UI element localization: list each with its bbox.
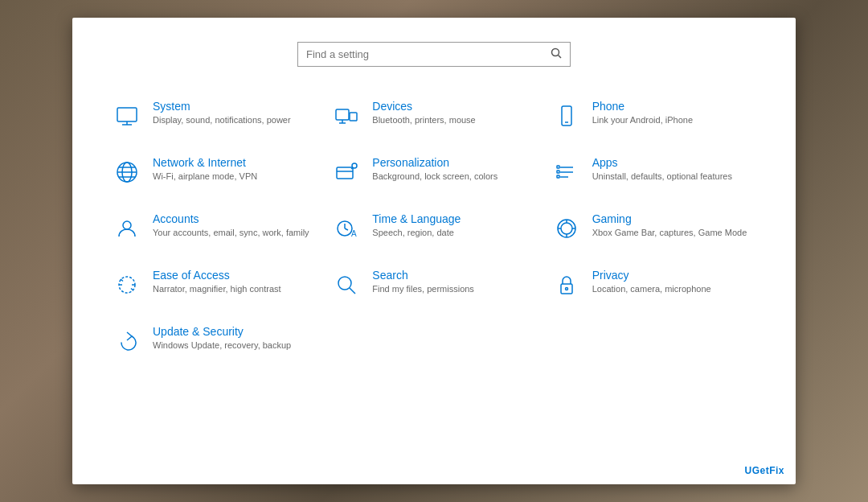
update-icon: [113, 327, 141, 356]
setting-title-ease: Ease of Access: [153, 269, 281, 282]
system-icon: [113, 101, 141, 130]
setting-item-update[interactable]: Update & Security Windows Update, recove…: [104, 312, 324, 368]
setting-title-update: Update & Security: [153, 325, 291, 338]
setting-desc-apps: Uninstall, defaults, optional features: [592, 171, 732, 183]
setting-title-privacy: Privacy: [592, 269, 711, 282]
setting-text-apps: Apps Uninstall, defaults, optional featu…: [592, 156, 732, 183]
time-icon: A: [332, 214, 361, 243]
setting-text-update: Update & Security Windows Update, recove…: [153, 325, 291, 352]
setting-desc-time: Speech, region, date: [372, 227, 461, 239]
svg-line-29: [345, 228, 348, 230]
svg-rect-5: [336, 109, 349, 120]
ease-icon: [113, 270, 141, 299]
search-bar[interactable]: [297, 42, 571, 67]
setting-item-ease[interactable]: Ease of Access Narrator, magnifier, high…: [104, 256, 324, 312]
setting-text-phone: Phone Link your Android, iPhone: [592, 100, 693, 126]
apps-icon: [552, 158, 581, 187]
setting-title-time: Time & Language: [372, 212, 461, 225]
setting-text-ease: Ease of Access Narrator, magnifier, high…: [153, 269, 281, 295]
svg-rect-6: [350, 113, 357, 121]
setting-title-personalization: Personalization: [372, 156, 497, 169]
svg-point-45: [565, 288, 567, 290]
setting-text-search: Search Find my files, permissions: [372, 269, 474, 295]
search-icon: [332, 270, 361, 299]
setting-item-phone[interactable]: Phone Link your Android, iPhone: [544, 87, 764, 143]
setting-item-privacy[interactable]: Privacy Location, camera, microphone: [544, 256, 764, 312]
svg-point-42: [338, 277, 351, 290]
setting-text-system: System Display, sound, notifications, po…: [153, 100, 291, 126]
network-icon: [113, 158, 141, 187]
setting-desc-personalization: Background, lock screen, colors: [372, 171, 497, 183]
setting-title-phone: Phone: [592, 100, 693, 113]
setting-text-devices: Devices Bluetooth, printers, mouse: [372, 100, 475, 126]
setting-title-apps: Apps: [592, 156, 732, 169]
setting-text-time: Time & Language Speech, region, date: [372, 212, 461, 239]
setting-desc-network: Wi-Fi, airplane mode, VPN: [153, 171, 257, 183]
svg-line-41: [131, 289, 133, 291]
svg-rect-44: [561, 284, 572, 294]
setting-desc-ease: Narrator, magnifier, high contrast: [153, 283, 281, 295]
setting-desc-accounts: Your accounts, email, sync, work, family: [153, 227, 309, 239]
svg-line-1: [559, 56, 562, 59]
setting-text-network: Network & Internet Wi-Fi, airplane mode,…: [153, 156, 257, 183]
setting-desc-privacy: Location, camera, microphone: [592, 283, 711, 295]
setting-title-network: Network & Internet: [153, 156, 257, 169]
setting-text-privacy: Privacy Location, camera, microphone: [592, 269, 711, 295]
setting-title-devices: Devices: [372, 100, 475, 113]
privacy-icon: [552, 270, 581, 299]
setting-desc-devices: Bluetooth, printers, mouse: [372, 114, 475, 126]
svg-point-26: [123, 221, 131, 229]
setting-text-personalization: Personalization Background, lock screen,…: [372, 156, 497, 183]
setting-item-gaming[interactable]: Gaming Xbox Game Bar, captures, Game Mod…: [544, 200, 764, 256]
setting-desc-update: Windows Update, recovery, backup: [153, 339, 291, 352]
personalization-icon: [332, 158, 361, 187]
setting-item-system[interactable]: System Display, sound, notifications, po…: [104, 87, 324, 143]
watermark: UGetFix: [744, 465, 784, 476]
svg-rect-24: [557, 171, 559, 173]
setting-text-gaming: Gaming Xbox Game Bar, captures, Game Mod…: [592, 212, 747, 239]
setting-text-accounts: Accounts Your accounts, email, sync, wor…: [153, 212, 309, 239]
gaming-icon: [552, 214, 581, 243]
svg-rect-16: [337, 167, 353, 179]
setting-title-system: System: [153, 100, 291, 113]
svg-rect-2: [117, 108, 137, 121]
search-icon: [551, 47, 562, 61]
settings-grid: System Display, sound, notifications, po…: [104, 87, 764, 368]
setting-item-devices[interactable]: Devices Bluetooth, printers, mouse: [324, 87, 543, 143]
svg-rect-23: [557, 166, 559, 168]
setting-desc-gaming: Xbox Game Bar, captures, Game Mode: [592, 227, 747, 239]
svg-rect-25: [557, 175, 559, 178]
svg-point-18: [352, 163, 357, 168]
setting-item-search[interactable]: Search Find my files, permissions: [324, 256, 543, 312]
setting-item-apps[interactable]: Apps Uninstall, defaults, optional featu…: [544, 143, 764, 200]
svg-text:A: A: [351, 229, 357, 238]
svg-line-40: [121, 279, 123, 282]
svg-point-0: [552, 49, 559, 56]
accounts-icon: [113, 214, 141, 243]
setting-item-personalization[interactable]: Personalization Background, lock screen,…: [324, 143, 543, 200]
setting-title-search: Search: [372, 269, 474, 282]
settings-window: System Display, sound, notifications, po…: [72, 18, 796, 484]
setting-desc-phone: Link your Android, iPhone: [592, 114, 693, 126]
svg-line-43: [350, 288, 355, 294]
search-wrapper: [297, 42, 571, 67]
setting-item-accounts[interactable]: Accounts Your accounts, email, sync, wor…: [104, 200, 324, 256]
setting-desc-search: Find my files, permissions: [372, 283, 474, 295]
phone-icon: [552, 101, 581, 130]
devices-icon: [332, 101, 361, 130]
setting-title-gaming: Gaming: [592, 212, 747, 225]
search-input[interactable]: [306, 48, 551, 60]
svg-point-32: [561, 223, 572, 234]
setting-title-accounts: Accounts: [153, 212, 309, 225]
setting-desc-system: Display, sound, notifications, power: [153, 114, 291, 126]
setting-item-time[interactable]: A Time & Language Speech, region, date: [324, 200, 543, 256]
setting-item-network[interactable]: Network & Internet Wi-Fi, airplane mode,…: [104, 143, 324, 200]
